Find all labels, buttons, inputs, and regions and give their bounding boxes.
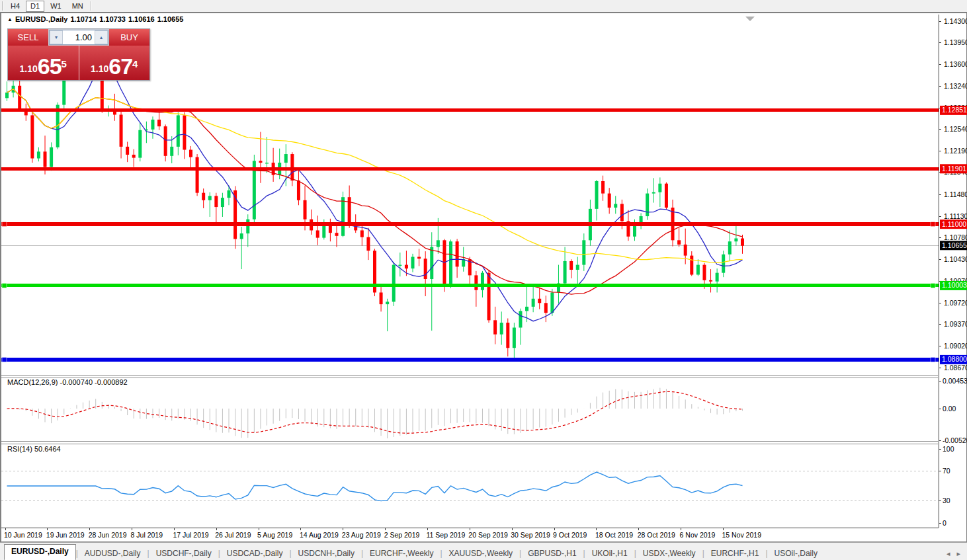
chart-canvas[interactable]: 1.143001.139501.136001.132401.128901.125… <box>1 13 967 543</box>
period-buttons: H4D1W1MN <box>5 1 89 12</box>
macd-axis-label: 0.004536 <box>943 377 967 385</box>
chart-tab-usdcnh-daily[interactable]: USDCNH-,Daily <box>292 547 361 560</box>
period-button-h4[interactable]: H4 <box>6 1 24 12</box>
hline-handle[interactable] <box>931 283 935 288</box>
macd-group <box>7 388 743 438</box>
candle-body <box>138 130 142 158</box>
tab-scroll-arrows: ◂ ▸ <box>946 547 967 560</box>
date-label: 11 Sep 2019 <box>427 531 466 539</box>
volume-stepper: ▾ 1.00 ▴ <box>49 30 108 45</box>
period-button-w1[interactable]: W1 <box>46 1 66 12</box>
candle-body <box>398 265 401 266</box>
macd-axis-label: 0.00 <box>943 405 956 413</box>
candle-body <box>380 292 383 304</box>
candle-body <box>360 230 364 237</box>
toolbar-separator <box>2 1 3 11</box>
candle-body <box>722 255 725 273</box>
buy-price-sup: 4 <box>132 51 138 77</box>
volume-input[interactable]: 1.00 <box>63 30 95 44</box>
chart-tab-eurchf-h1[interactable]: EURCHF-,H1 <box>704 547 766 560</box>
hline-handle[interactable] <box>2 283 7 288</box>
period-button-mn[interactable]: MN <box>67 1 88 12</box>
buy-price-box[interactable]: 1.10674 <box>79 46 150 80</box>
candle-body <box>183 115 186 149</box>
chart-tab-audusd-daily[interactable]: AUDUSD-,Daily <box>78 547 147 560</box>
chart-tab-gbpusd-h1[interactable]: GBPUSD-,H1 <box>521 547 583 560</box>
macd-indicator-label: MACD(12,26,9) -0.000740 -0.000892 <box>7 378 128 386</box>
price-tick-label: 1.09020 <box>944 342 967 350</box>
chart-tab-usdx-weekly[interactable]: USDX-,Weekly <box>636 547 702 560</box>
chart-shift-marker-icon[interactable] <box>745 17 755 21</box>
tab-scroll-right-icon[interactable]: ▸ <box>956 549 960 558</box>
hline-handle[interactable] <box>931 222 935 227</box>
candle-body <box>608 194 611 208</box>
candle-body <box>525 307 528 311</box>
chart-tab-ukoil-h1[interactable]: UKOil-,H1 <box>585 547 634 560</box>
current-price-label: 1.10655 <box>942 241 967 249</box>
one-click-trade-panel: SELL ▾ 1.00 ▴ BUY 1.10655 1.10674 <box>7 28 150 81</box>
candle-body <box>208 196 212 200</box>
quote-low: 1.10616 <box>128 15 155 23</box>
hlines-group: 1.128511.119011.110001.100031.08800 <box>1 106 967 364</box>
hline-handle[interactable] <box>2 357 7 362</box>
candle-body <box>120 114 123 146</box>
candle-body <box>228 190 231 198</box>
rsi-line <box>7 472 743 501</box>
candle-body <box>265 163 269 163</box>
candle-body <box>246 220 249 233</box>
volume-down-icon[interactable]: ▾ <box>50 30 63 44</box>
candle-body <box>348 197 351 223</box>
chart-tab-eurusd-daily[interactable]: EURUSD-,Daily <box>4 544 76 560</box>
hline-price-label: 1.12851 <box>942 106 967 114</box>
sell-price-sup: 5 <box>62 51 67 77</box>
sell-price-big: 65 <box>38 55 62 77</box>
sell-price-box[interactable]: 1.10655 <box>8 46 79 80</box>
buy-button[interactable]: BUY <box>109 29 149 46</box>
chart-title-bar: ▲ EURUSD-,Daily 1.10714 1.10733 1.10616 … <box>7 15 183 23</box>
candle-body <box>456 241 459 266</box>
hline-handle[interactable] <box>2 222 7 227</box>
quote-close: 1.10655 <box>157 15 184 23</box>
volume-up-icon[interactable]: ▴ <box>95 30 108 44</box>
candle-body <box>341 197 345 236</box>
candle-body <box>487 273 491 321</box>
candle-body <box>430 247 433 279</box>
candle-body <box>595 181 598 209</box>
chart-tab-usdchf-daily[interactable]: USDCHF-,Daily <box>149 547 218 560</box>
rsi-axis-label: 30 <box>943 497 950 504</box>
chart-tab-bar: EURUSD-,Daily|AUDUSD-,Daily|USDCHF-,Dail… <box>0 542 967 560</box>
candle-body <box>646 194 649 216</box>
candle-body <box>538 299 541 303</box>
chart-tab-eurchf-weekly[interactable]: EURCHF-,Weekly <box>363 547 440 560</box>
candle-body <box>322 224 325 237</box>
candle-body <box>417 257 421 259</box>
sell-button[interactable]: SELL <box>8 29 48 46</box>
date-label: 19 Jun 2019 <box>46 531 85 539</box>
candle-body <box>513 328 516 348</box>
candle-body <box>506 323 509 348</box>
candle-body <box>316 230 319 237</box>
candle-body <box>519 311 522 327</box>
tab-scroll-left-icon[interactable]: ◂ <box>946 549 950 558</box>
chart-tab-usdcad-daily[interactable]: USDCAD-,Daily <box>220 547 290 560</box>
price-tick-label: 1.10780 <box>944 233 967 241</box>
mt4-window: H4D1W1MN 1.143001.139501.136001.132401.1… <box>0 0 967 560</box>
chart-tab-usoil-daily[interactable]: USOil-,Daily <box>768 547 824 560</box>
candle-body <box>284 154 288 163</box>
collapse-panel-icon[interactable]: ▲ <box>7 17 13 22</box>
hline-handle[interactable] <box>931 357 935 362</box>
candle-body <box>170 147 173 156</box>
candle-body <box>582 240 585 264</box>
period-button-d1[interactable]: D1 <box>26 1 44 12</box>
candle-body <box>493 320 497 334</box>
quote-open: 1.10714 <box>70 15 97 23</box>
date-label: 8 Jul 2019 <box>131 531 163 539</box>
price-tick-label: 1.13240 <box>944 82 967 90</box>
date-label: 18 Oct 2019 <box>595 531 633 539</box>
chart-tab-xauusd-weekly[interactable]: XAUUSD-,Weekly <box>442 547 519 560</box>
date-label: 17 Jul 2019 <box>173 531 208 539</box>
candle-body <box>709 280 712 282</box>
date-label: 6 Nov 2019 <box>680 531 716 539</box>
candle-body <box>189 150 192 157</box>
price-tick-label: 1.11130 <box>944 212 967 220</box>
